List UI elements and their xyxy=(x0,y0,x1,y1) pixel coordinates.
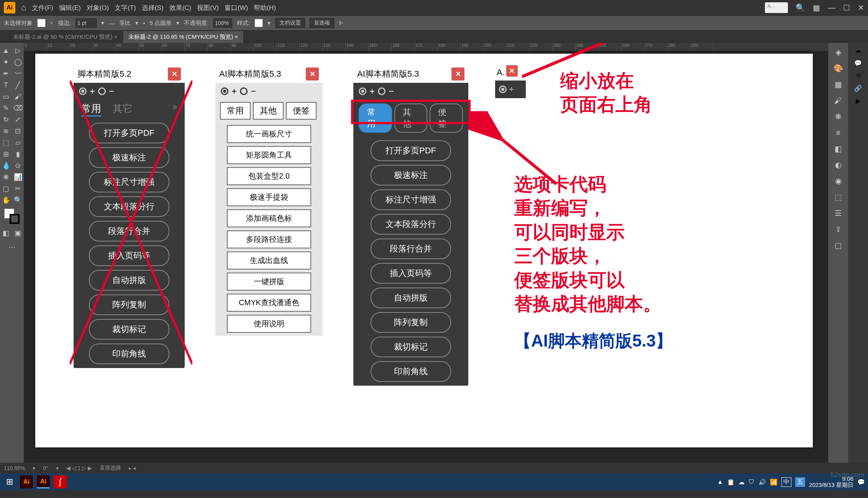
tab-notes[interactable]: 便签 xyxy=(286,102,317,120)
direct-select-tool-icon[interactable]: ▷ xyxy=(12,45,24,56)
script-button[interactable]: 多段路径连接 xyxy=(227,230,311,248)
gradient-icon[interactable]: ◧ xyxy=(833,143,843,154)
radio-selected-icon[interactable] xyxy=(359,87,366,95)
perspective-icon[interactable]: ▱ xyxy=(12,137,24,148)
symbols-icon[interactable]: ❋ xyxy=(833,111,843,122)
script-button[interactable]: 生成出血线 xyxy=(227,251,311,270)
script-button[interactable]: 打开多页PDF xyxy=(371,140,451,161)
rectangle-tool-icon[interactable]: ▭ xyxy=(0,91,12,102)
links-icon[interactable]: 🔗 xyxy=(854,85,862,92)
notifications-icon[interactable]: 💬 xyxy=(857,478,865,486)
tray-shield-icon[interactable]: 🛡 xyxy=(748,478,755,485)
close-button[interactable]: ✕ xyxy=(168,67,181,81)
radio-icon[interactable] xyxy=(378,87,386,95)
ai-taskbar-icon-active[interactable]: Ai xyxy=(37,475,50,488)
script-button[interactable]: 自动拼版 xyxy=(371,288,451,308)
script-button[interactable]: 插入页码等 xyxy=(371,263,451,284)
stroke-icon[interactable]: ≡ xyxy=(833,127,843,138)
uniform-label[interactable]: 等比 xyxy=(119,20,131,27)
script-button[interactable]: 标注尺寸增强 xyxy=(371,189,451,210)
style-swatch[interactable] xyxy=(254,19,263,27)
graphic-styles-icon[interactable]: ⬚ xyxy=(833,192,843,202)
tab-close-icon[interactable]: × xyxy=(114,33,118,40)
close-button[interactable]: ✕ xyxy=(451,67,464,81)
doc-tab-1[interactable]: 未标题-2.ai @ 50 % (CMYK/CPU 预览) × xyxy=(8,31,123,43)
stroke-input[interactable] xyxy=(75,18,97,28)
symbol-sprayer-icon[interactable]: ❋ xyxy=(0,172,12,182)
brush-label[interactable]: 5 点圆形 xyxy=(149,20,172,27)
script-button[interactable]: 阵列复制 xyxy=(371,312,451,333)
script-button[interactable]: 包装盒型2.0 xyxy=(227,167,311,185)
tray-app-icon[interactable]: 📋 xyxy=(727,478,735,486)
libraries-icon[interactable]: ☁ xyxy=(855,47,861,54)
doc-setup-button[interactable]: 文档设置 xyxy=(275,18,305,28)
tray-volume-icon[interactable]: 📶 xyxy=(770,478,778,486)
app-icon[interactable]: ∫ xyxy=(54,475,67,488)
tray-cloud-icon[interactable]: ☁ xyxy=(738,478,745,486)
properties-icon[interactable]: ◈ xyxy=(833,47,843,58)
tab-other[interactable]: 其他 xyxy=(253,102,284,120)
doc-tab-2[interactable]: 未标题-2 @ 110.65 % (CMYK/CPU 预览) × xyxy=(123,31,244,43)
menu-view[interactable]: 视图(V) xyxy=(197,3,219,12)
comments-icon[interactable]: 💬 xyxy=(854,59,862,67)
ime-zh-icon[interactable]: 中 xyxy=(781,477,791,487)
script-button[interactable]: 极速标注 xyxy=(371,165,451,186)
menu-object[interactable]: 对象(O) xyxy=(87,3,109,12)
lasso-tool-icon[interactable]: ◯ xyxy=(12,57,24,67)
script-button[interactable]: 统一画板尺寸 xyxy=(227,125,311,143)
graph-tool-icon[interactable]: 📊 xyxy=(12,172,24,182)
menu-type[interactable]: 文字(T) xyxy=(115,3,136,12)
asset-export-icon[interactable]: ⇪ xyxy=(833,224,843,235)
draw-mode-icon[interactable]: ◧ xyxy=(0,228,12,238)
script-button[interactable]: 矩形圆角工具 xyxy=(227,146,311,164)
menu-edit[interactable]: 编辑(E) xyxy=(59,3,81,12)
brushes-icon[interactable]: 🖌 xyxy=(833,95,843,106)
history-icon[interactable]: ⟲ xyxy=(856,72,861,79)
script-button[interactable]: 使用说明 xyxy=(227,315,311,333)
search-icon[interactable]: 🔍 xyxy=(796,3,805,12)
swatches-icon[interactable]: ▦ xyxy=(833,79,843,90)
script-button[interactable]: 段落行合并 xyxy=(371,238,451,259)
script-button[interactable]: 文本段落分行 xyxy=(371,214,451,235)
minimize-icon[interactable]: — xyxy=(828,3,835,12)
opacity-input[interactable] xyxy=(213,18,232,28)
edit-toolbar-icon[interactable]: ⋯ xyxy=(7,242,17,252)
zoom-level[interactable]: 110.65% xyxy=(4,465,25,471)
maximize-icon[interactable]: ☐ xyxy=(843,3,850,12)
tab-common[interactable]: 常用 xyxy=(220,102,251,120)
eraser-tool-icon[interactable]: ⌫ xyxy=(12,103,24,113)
menu-help[interactable]: 帮助(H) xyxy=(254,3,276,12)
preferences-button[interactable]: 首选项 xyxy=(310,18,334,28)
blend-tool-icon[interactable]: ⊙ xyxy=(12,160,24,171)
script-button[interactable]: 裁切标记 xyxy=(371,337,451,357)
search-box[interactable]: A... xyxy=(765,2,788,13)
arrange-icon[interactable]: ▦ xyxy=(813,3,820,12)
shaper-tool-icon[interactable]: ✎ xyxy=(0,103,12,113)
screen-mode-icon[interactable]: ▣ xyxy=(12,228,24,238)
type-tool-icon[interactable]: T xyxy=(0,80,12,90)
script-button[interactable]: 极速手提袋 xyxy=(227,188,311,206)
eyedropper-icon[interactable]: 💧 xyxy=(0,160,12,171)
fill-swatch[interactable] xyxy=(37,19,46,27)
fill-stroke-icon[interactable] xyxy=(4,209,20,224)
hand-tool-icon[interactable]: ✋ xyxy=(0,195,12,205)
radio-selected-icon[interactable] xyxy=(221,87,228,95)
color-icon[interactable]: 🎨 xyxy=(833,63,843,74)
tray-network-icon[interactable]: 🔊 xyxy=(758,478,766,486)
ime-wu-icon[interactable]: 五 xyxy=(795,477,805,487)
pen-tool-icon[interactable]: ✒ xyxy=(0,68,12,79)
menu-select[interactable]: 选择(S) xyxy=(142,3,164,12)
rotate-tool-icon[interactable]: ↻ xyxy=(0,114,12,125)
selection-tool-icon[interactable]: ▲ xyxy=(0,45,12,56)
gradient-tool-icon[interactable]: ▮ xyxy=(12,149,24,159)
slice-tool-icon[interactable]: ✂ xyxy=(12,183,24,194)
script-button[interactable]: 添加画稿色标 xyxy=(227,209,311,227)
script-button[interactable]: CMYK查找潘通色 xyxy=(227,294,311,312)
shape-builder-icon[interactable]: ⬚ xyxy=(0,137,12,148)
close-button[interactable]: ✕ xyxy=(306,67,319,81)
menu-file[interactable]: 文件(F) xyxy=(32,3,53,12)
width-tool-icon[interactable]: ≋ xyxy=(0,126,12,136)
artboards-icon[interactable]: ▢ xyxy=(833,240,843,251)
zoom-tool-icon[interactable]: 🔍 xyxy=(12,195,24,205)
layers-icon[interactable]: ☰ xyxy=(833,208,843,219)
